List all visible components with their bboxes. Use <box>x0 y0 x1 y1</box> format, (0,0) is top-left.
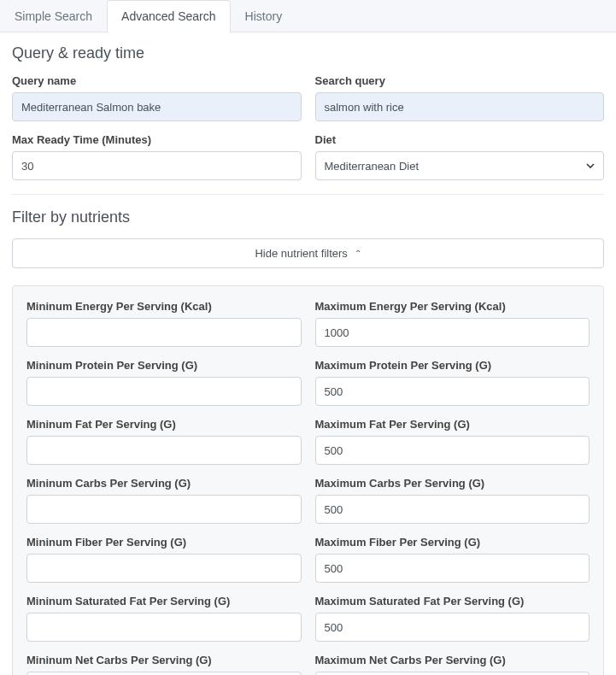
chevron-up-icon: ⌃ <box>355 249 361 258</box>
nutrient-max-label: Maximum Saturated Fat Per Serving (G) <box>315 595 590 608</box>
nutrient-min-input[interactable] <box>26 436 302 465</box>
max-ready-time-label: Max Ready Time (Minutes) <box>12 133 302 146</box>
nutrient-max-input[interactable] <box>315 495 590 524</box>
nutrient-min-label: Mininum Fiber Per Serving (G) <box>26 536 302 549</box>
nutrient-min-label: Mininum Energy Per Serving (Kcal) <box>26 300 302 313</box>
nutrient-max-label: Maximum Fat Per Serving (G) <box>315 418 590 431</box>
nutrient-max-label: Maximum Net Carbs Per Serving (G) <box>315 654 590 666</box>
content-area: Query & ready time Query name Search que… <box>0 32 616 675</box>
nutrient-max-input[interactable] <box>315 672 590 675</box>
max-ready-time-input[interactable] <box>12 151 302 180</box>
nutrient-min-input[interactable] <box>26 377 302 406</box>
tab-history[interactable]: History <box>231 0 297 32</box>
nutrient-min-label: Mininum Fat Per Serving (G) <box>26 418 302 431</box>
tab-advanced-search[interactable]: Advanced Search <box>107 0 231 32</box>
divider <box>12 194 604 195</box>
nutrient-min-input[interactable] <box>26 495 302 524</box>
nutrient-row: Mininum Carbs Per Serving (G)Maximum Car… <box>26 477 590 524</box>
nutrient-min-input[interactable] <box>26 613 302 642</box>
nutrient-max-label: Maximum Fiber Per Serving (G) <box>315 536 590 549</box>
nutrient-max-input[interactable] <box>315 436 590 465</box>
nutrient-filter-panel: Mininum Energy Per Serving (Kcal)Maximum… <box>12 285 604 675</box>
nutrient-min-input[interactable] <box>26 554 302 583</box>
nutrient-row: Mininum Fat Per Serving (G)Maximum Fat P… <box>26 418 590 465</box>
diet-label: Diet <box>315 133 605 146</box>
nutrient-max-label: Maximum Energy Per Serving (Kcal) <box>315 300 590 313</box>
search-query-input[interactable] <box>315 92 605 121</box>
nutrient-min-label: Mininum Saturated Fat Per Serving (G) <box>26 595 302 608</box>
nutrient-max-input[interactable] <box>315 554 590 583</box>
nutrient-min-label: Mininum Net Carbs Per Serving (G) <box>26 654 302 666</box>
nutrient-max-label: Maximum Protein Per Serving (G) <box>315 359 590 372</box>
toggle-label: Hide nutrient filters <box>255 247 347 260</box>
nutrient-max-input[interactable] <box>315 318 590 347</box>
section-nutrients-title: Filter by nutrients <box>12 208 604 226</box>
nutrient-max-input[interactable] <box>315 377 590 406</box>
nutrient-min-input[interactable] <box>26 672 302 675</box>
tab-bar: Simple Search Advanced Search History <box>0 0 616 32</box>
tab-simple-search[interactable]: Simple Search <box>0 0 107 32</box>
nutrient-min-label: Mininum Protein Per Serving (G) <box>26 359 302 372</box>
nutrient-row: Mininum Energy Per Serving (Kcal)Maximum… <box>26 300 590 347</box>
nutrient-row: Mininum Fiber Per Serving (G)Maximum Fib… <box>26 536 590 583</box>
nutrient-min-input[interactable] <box>26 318 302 347</box>
nutrient-max-label: Maximum Carbs Per Serving (G) <box>315 477 590 490</box>
nutrient-row: Mininum Saturated Fat Per Serving (G)Max… <box>26 595 590 642</box>
nutrient-min-label: Mininum Carbs Per Serving (G) <box>26 477 302 490</box>
diet-select[interactable]: Mediterranean Diet <box>315 151 605 180</box>
query-name-label: Query name <box>12 74 302 87</box>
nutrient-max-input[interactable] <box>315 613 590 642</box>
section-query-ready-title: Query & ready time <box>12 44 604 62</box>
query-name-input[interactable] <box>12 92 302 121</box>
toggle-nutrient-filters-button[interactable]: Hide nutrient filters ⌃ <box>12 238 604 268</box>
search-query-label: Search query <box>315 74 605 87</box>
nutrient-row: Mininum Net Carbs Per Serving (G)Maximum… <box>26 654 590 675</box>
nutrient-row: Mininum Protein Per Serving (G)Maximum P… <box>26 359 590 406</box>
